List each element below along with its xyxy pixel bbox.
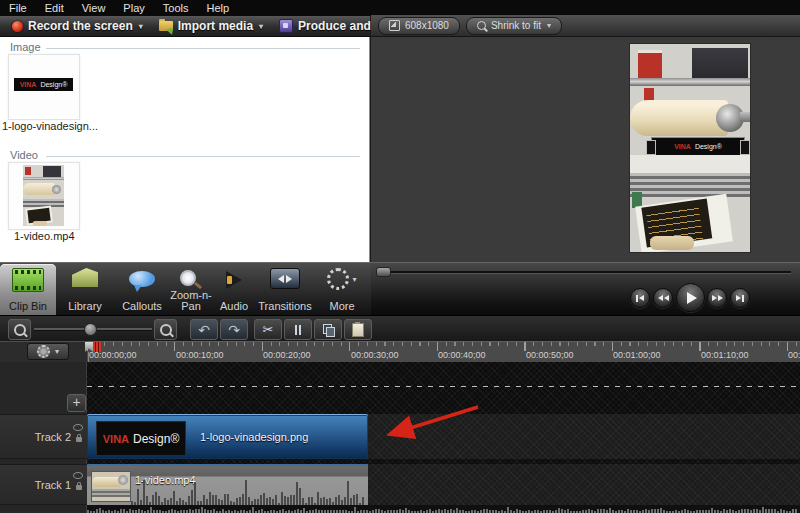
waveform-bar [170, 498, 172, 505]
tab-audio[interactable]: Audio [214, 264, 254, 315]
ruler-timecode: 00:01:20;00 [788, 350, 800, 360]
track-options-button[interactable]: ▾ [27, 343, 69, 360]
bar-glyph [636, 295, 638, 302]
redo-button[interactable]: ↷ [220, 319, 248, 340]
waveform-bar [723, 509, 725, 513]
image-thumbnail[interactable]: VINA Design® [8, 54, 80, 120]
selection-handle[interactable] [740, 140, 750, 155]
add-track-button[interactable]: + [67, 394, 86, 412]
menu-item-view[interactable]: View [73, 0, 115, 16]
waveform-bar [191, 490, 193, 505]
split-button[interactable] [284, 319, 312, 340]
copy-button[interactable] [314, 319, 342, 340]
waveform-bar [123, 509, 125, 513]
menu-item-file[interactable]: File [0, 0, 36, 16]
seek-handle[interactable] [376, 267, 391, 277]
waveform-bar [561, 509, 563, 513]
jump-to-end-button[interactable] [730, 288, 750, 308]
timeline-zoom-out-button[interactable] [8, 319, 31, 340]
menu-item-help[interactable]: Help [197, 0, 238, 16]
waveform-bar [248, 497, 250, 505]
video-thumbnail-art [23, 165, 64, 226]
timeline-clip-logo[interactable]: VINA Design® 1-logo-vinadesign.png [87, 414, 368, 459]
menu-item-tools[interactable]: Tools [154, 0, 198, 16]
logo-overlay[interactable]: VINA Design® [652, 138, 744, 155]
video-thumbnail[interactable] [8, 162, 80, 230]
rewind-button[interactable] [653, 288, 673, 308]
tab-zoom-n-pan[interactable]: Zoom-n-Pan [168, 264, 214, 315]
waveform-bar [281, 492, 283, 505]
seek-bar[interactable] [379, 271, 791, 273]
tab-callouts[interactable]: Callouts [116, 264, 168, 315]
tab-label: Zoom-n-Pan [168, 290, 214, 315]
track-lock-icon[interactable] [76, 437, 82, 442]
preview-canvas: VINA Design® [371, 37, 800, 262]
track1-header[interactable]: Track 1 [0, 464, 87, 505]
waveform-bar [483, 509, 485, 513]
waveform-bar [242, 494, 244, 505]
shrink-to-fit-dropdown[interactable]: Shrink to fit ▾ [466, 17, 562, 35]
timeline-zoom-in-button[interactable] [154, 319, 177, 340]
waveform-bar [317, 492, 319, 505]
waveform-bar [356, 494, 358, 505]
tab-label: Callouts [122, 301, 162, 315]
import-media-button[interactable]: Import media ▾ [153, 17, 269, 36]
tab-more[interactable]: ▾ More [318, 264, 366, 315]
menu-item-edit[interactable]: Edit [36, 0, 73, 16]
audio-waveform [131, 477, 366, 505]
undo-button[interactable]: ↶ [190, 319, 218, 340]
timeline-clip-video[interactable]: 1-video.mp4 [87, 464, 368, 505]
waveform-bar [597, 509, 599, 513]
magnifier-icon [160, 324, 172, 336]
record-screen-button[interactable]: Record the screen ▾ [6, 17, 149, 36]
import-folder-icon [159, 21, 173, 31]
waveform-bar [315, 509, 317, 513]
waveform-bar [311, 497, 313, 505]
timeline-ruler[interactable]: 00:00:00;00 00:00:10;00 00:00:20;00 00:0… [87, 341, 800, 362]
canvas-size-button[interactable]: 608x1080 [378, 17, 460, 35]
paste-button[interactable] [344, 319, 372, 340]
waveform-bar [293, 495, 295, 505]
chevron-down-icon: ▾ [139, 22, 143, 31]
film-strip-icon [12, 268, 44, 292]
waveform-bar [290, 495, 292, 505]
preview-video[interactable]: VINA Design® [630, 44, 750, 252]
waveform-bar [296, 482, 298, 505]
waveform-bar [795, 509, 797, 513]
image-group-label: Image [10, 41, 41, 53]
play-button[interactable] [676, 283, 705, 312]
waveform-bar [600, 509, 602, 513]
waveform-bar [354, 507, 356, 513]
art-roller [23, 183, 55, 195]
cut-button[interactable]: ✂ [254, 319, 282, 340]
tab-library[interactable]: Library [56, 264, 114, 315]
waveform-bar [768, 509, 770, 513]
waveform-bar [347, 481, 349, 505]
waveform-bar [297, 509, 299, 513]
waveform-bar [227, 494, 229, 505]
menu-item-play[interactable]: Play [114, 0, 153, 16]
video-group-label: Video [10, 149, 38, 161]
timeline-zoom-slider-handle[interactable] [84, 323, 97, 336]
ruler-timecode: 00:00:30;00 [351, 350, 399, 360]
track-lock-icon[interactable] [76, 485, 82, 490]
art-metal-bar [630, 78, 750, 86]
selection-handle[interactable] [646, 140, 656, 155]
jump-to-start-button[interactable] [630, 288, 650, 308]
clip-bin-panel: Image VINA Design® 1-logo-vinadesign... … [0, 37, 370, 262]
tab-clip-bin[interactable]: Clip Bin [0, 264, 56, 315]
track-visibility-icon[interactable] [73, 472, 83, 479]
triangle-right-glyph [718, 295, 723, 301]
waveform-bar [654, 509, 656, 513]
group-divider [46, 48, 360, 49]
waveform-bar [284, 496, 286, 505]
fast-forward-button[interactable] [707, 288, 727, 308]
playhead-out-marker[interactable] [93, 342, 101, 352]
waveform-bar [792, 509, 794, 513]
image-thumbnail-caption: 1-logo-vinadesign... [2, 120, 98, 132]
waveform-bar [603, 509, 605, 513]
tab-transitions[interactable]: Transitions [254, 264, 316, 315]
triangle-left-glyph [639, 295, 644, 301]
track2-header[interactable]: Track 2 [0, 414, 87, 459]
track-visibility-icon[interactable] [73, 424, 83, 431]
